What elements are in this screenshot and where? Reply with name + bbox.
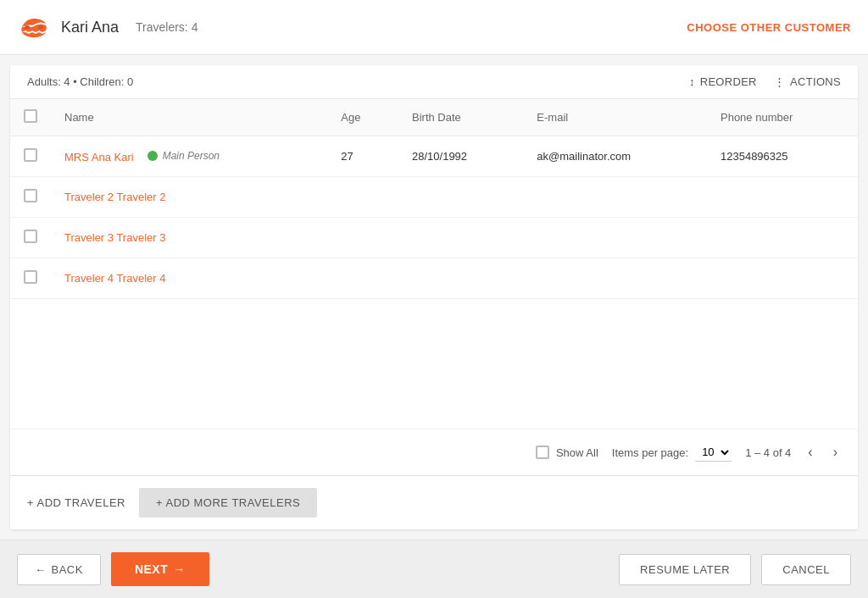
header: Kari Ana Travelers: 4 CHOOSE OTHER CUSTO…	[0, 0, 868, 55]
table-header-row: Name Age Birth Date E-mail Phone number	[10, 99, 858, 136]
back-button[interactable]: ← BACK	[17, 554, 101, 585]
col-email: E-mail	[523, 99, 707, 136]
main-person-dot	[147, 151, 158, 161]
col-phone: Phone number	[707, 99, 858, 136]
back-label: BACK	[52, 563, 83, 576]
pagination-row: Show All Items per page: 10 25 50 1 – 4 …	[10, 429, 858, 475]
adults-children-label: Adults: 4 • Children: 0	[27, 75, 133, 88]
main-person-badge: Main Person	[147, 150, 220, 162]
items-per-page-select[interactable]: 10 25 50	[695, 443, 732, 462]
row-checkbox[interactable]	[24, 148, 37, 162]
row-phone-cell: 12354896325	[707, 136, 858, 177]
travelers-table-container: Name Age Birth Date E-mail Phone number …	[10, 99, 858, 429]
reorder-label: REORDER	[700, 75, 757, 88]
actions-label: ACTIONS	[790, 75, 841, 88]
resume-later-button[interactable]: RESUME LATER	[619, 554, 751, 585]
footer-right: RESUME LATER CANCEL	[619, 554, 851, 585]
traveler-name[interactable]: Traveler 3 Traveler 3	[64, 231, 165, 244]
row-checkbox[interactable]	[24, 230, 37, 243]
row-name-cell: Traveler 3 Traveler 3	[51, 218, 327, 258]
row-checkbox[interactable]	[24, 270, 37, 284]
row-birth-date-cell: 28/10/1992	[398, 136, 523, 177]
row-email-cell	[523, 258, 707, 299]
back-arrow-icon: ←	[35, 563, 47, 576]
table-row: Traveler 4 Traveler 4	[10, 258, 858, 299]
toolbar: Adults: 4 • Children: 0 ↕ REORDER ⋮ ACTI…	[10, 65, 858, 99]
next-arrow-icon: →	[173, 562, 186, 576]
row-name-cell: Traveler 2 Traveler 2	[51, 177, 327, 218]
main-content: Adults: 4 • Children: 0 ↕ REORDER ⋮ ACTI…	[10, 65, 858, 529]
choose-other-customer-button[interactable]: CHOOSE OTHER CUSTOMER	[687, 21, 851, 34]
table-row: Traveler 3 Traveler 3	[10, 218, 858, 258]
row-age-cell	[327, 258, 398, 299]
footer-left: ← BACK NEXT →	[17, 552, 209, 586]
select-all-checkbox[interactable]	[24, 109, 37, 123]
add-more-travelers-button[interactable]: + ADD MORE TRAVELERS	[139, 488, 317, 518]
col-checkbox	[10, 99, 51, 136]
svg-point-0	[25, 25, 30, 29]
travelers-table: Name Age Birth Date E-mail Phone number …	[10, 99, 858, 299]
show-all-checkbox[interactable]	[536, 446, 549, 459]
row-checkbox-cell	[10, 177, 51, 218]
col-age: Age	[327, 99, 398, 136]
prev-page-button[interactable]: ‹	[804, 441, 815, 463]
toolbar-actions: ↕ REORDER ⋮ ACTIONS	[689, 75, 841, 88]
row-name-cell: MRS Ana Kari Main Person	[51, 136, 327, 177]
traveler-name[interactable]: Traveler 4 Traveler 4	[64, 272, 165, 285]
row-phone-cell	[707, 218, 858, 258]
next-label: NEXT	[135, 562, 168, 576]
handshake-icon	[17, 10, 51, 44]
row-email-cell	[523, 177, 707, 218]
bottom-bar: + ADD TRAVELER + ADD MORE TRAVELERS	[10, 475, 858, 529]
row-checkbox-cell	[10, 258, 51, 299]
row-checkbox-cell	[10, 136, 51, 177]
add-traveler-button[interactable]: + ADD TRAVELER	[27, 496, 125, 509]
row-birth-date-cell	[398, 258, 523, 299]
row-phone-cell	[707, 258, 858, 299]
col-birth-date: Birth Date	[398, 99, 523, 136]
page-info: 1 – 4 of 4	[745, 446, 791, 459]
row-name-cell: Traveler 4 Traveler 4	[51, 258, 327, 299]
row-checkbox-cell	[10, 218, 51, 258]
table-row: MRS Ana Kari Main Person2728/10/1992ak@m…	[10, 136, 858, 177]
header-left: Kari Ana Travelers: 4	[17, 10, 198, 44]
items-per-page-label: Items per page:	[612, 446, 688, 459]
row-phone-cell	[707, 177, 858, 218]
row-birth-date-cell	[398, 177, 523, 218]
reorder-icon: ↕	[689, 75, 695, 88]
traveler-name[interactable]: Traveler 2 Traveler 2	[64, 191, 165, 203]
show-all-container: Show All	[536, 446, 598, 459]
row-checkbox[interactable]	[24, 189, 37, 202]
row-birth-date-cell	[398, 218, 523, 258]
col-name: Name	[51, 99, 327, 136]
reorder-button[interactable]: ↕ REORDER	[689, 75, 757, 88]
customer-name: Kari Ana	[61, 19, 119, 36]
show-all-label: Show All	[556, 446, 598, 459]
actions-button[interactable]: ⋮ ACTIONS	[774, 75, 841, 88]
row-email-cell: ak@mailinator.com	[523, 136, 707, 177]
svg-point-1	[38, 25, 43, 29]
row-age-cell	[327, 218, 398, 258]
row-age-cell: 27	[327, 136, 398, 177]
items-per-page-container: Items per page: 10 25 50	[612, 443, 732, 462]
traveler-name[interactable]: MRS Ana Kari	[64, 151, 134, 163]
row-email-cell	[523, 218, 707, 258]
table-row: Traveler 2 Traveler 2	[10, 177, 858, 218]
next-page-button[interactable]: ›	[830, 441, 841, 463]
row-age-cell	[327, 177, 398, 218]
next-button[interactable]: NEXT →	[111, 552, 209, 586]
cancel-button[interactable]: CANCEL	[761, 554, 851, 585]
actions-dots-icon: ⋮	[774, 75, 785, 88]
footer: ← BACK NEXT → RESUME LATER CANCEL	[0, 540, 868, 598]
travelers-count: Travelers: 4	[136, 20, 198, 34]
